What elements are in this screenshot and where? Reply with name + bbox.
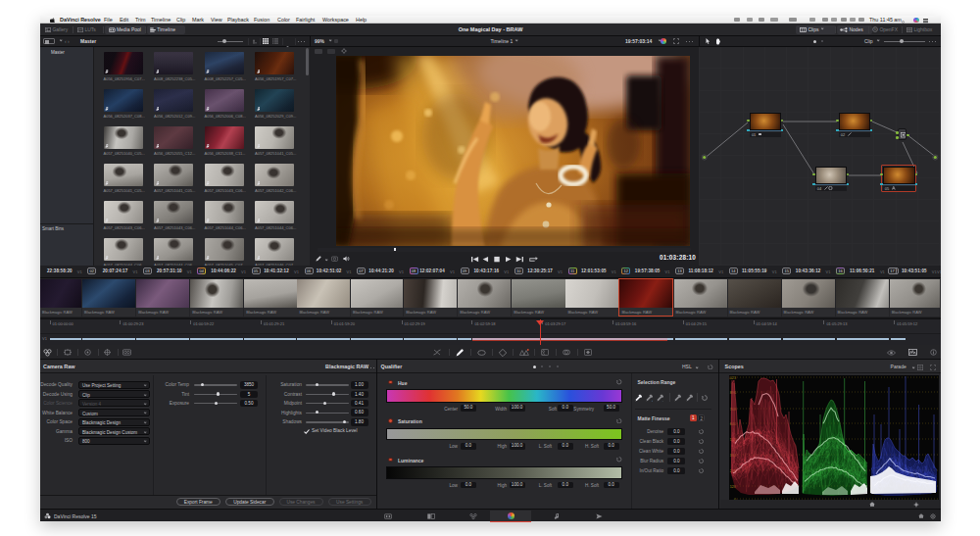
svg-text:1023: 1023 [729, 376, 736, 380]
svg-text:fx: fx [874, 27, 877, 31]
svg-text:+: + [651, 398, 652, 402]
svg-text:-: - [662, 398, 663, 402]
